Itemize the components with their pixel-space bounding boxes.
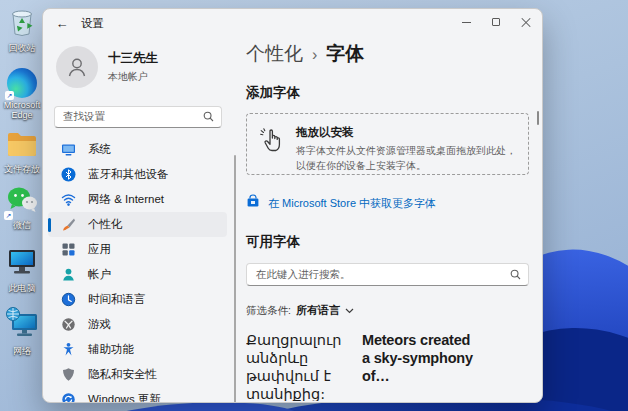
store-link-row[interactable]: 在 Microsoft Store 中获取更多字体: [246, 194, 529, 212]
sidebar-nav: 系统 蓝牙和其他设备 网络 & Internet 个性化 应用: [43, 137, 236, 403]
breadcrumb-personalization[interactable]: 个性化: [246, 41, 303, 67]
search-icon: [510, 266, 521, 284]
sidebar-item-label: 系统: [88, 142, 111, 157]
this-pc-icon: [6, 247, 38, 281]
search-icon: [203, 108, 214, 126]
desktop-icon-edge[interactable]: ↗ Microsoft Edge: [0, 68, 44, 120]
window-controls: [451, 9, 541, 35]
shortcut-arrow-icon: ↗: [5, 91, 14, 100]
sidebar-item-accounts[interactable]: 帐户: [48, 262, 227, 287]
sidebar-item-privacy-security[interactable]: 隐私和安全性: [48, 362, 227, 387]
filter-selected-value: 所有语言: [296, 303, 340, 318]
font-search-placeholder: 在此键入进行搜索。: [256, 268, 351, 282]
font-preview-text: Քաղցրալուր անձրևը թափվում է տանիքից:: [246, 331, 348, 401]
user-name: 十三先生: [108, 50, 158, 67]
folder-icon: [6, 131, 38, 162]
sidebar-item-label: 时间和语言: [88, 292, 146, 307]
desktop-icon-label: 此电脑: [9, 283, 36, 293]
desktop-icon-label: 回收站: [9, 43, 36, 53]
filter-label: 筛选条件:: [246, 304, 291, 318]
sidebar-item-label: 网络 & Internet: [88, 192, 164, 207]
breadcrumb-separator-icon: ›: [312, 45, 317, 64]
breadcrumb: 个性化 › 字体: [246, 41, 529, 67]
close-icon: [521, 17, 531, 27]
sidebar-item-personalization[interactable]: 个性化: [48, 212, 227, 237]
clock-globe-icon: [61, 292, 76, 307]
content-scrollbar[interactable]: [537, 111, 539, 125]
sidebar-item-time-language[interactable]: 时间和语言: [48, 287, 227, 312]
back-button[interactable]: ←: [47, 12, 77, 34]
font-dropzone[interactable]: 拖放以安装 将字体文件从文件资源管理器或桌面拖放到此处，以便在你的设备上安装字体…: [246, 113, 529, 175]
settings-window: ← 设置 十三先生 本地帐户: [42, 8, 543, 403]
dropzone-description: 将字体文件从文件资源管理器或桌面拖放到此处，以便在你的设备上安装字体。: [296, 143, 518, 173]
user-profile[interactable]: 十三先生 本地帐户: [43, 39, 236, 93]
edge-icon: ↗: [7, 68, 37, 98]
sidebar-item-windows-update[interactable]: Windows 更新: [48, 387, 227, 403]
desktop-icon-recycle-bin[interactable]: 回收站: [0, 5, 44, 53]
font-card-grid: Քաղցրալուր անձրևը թափվում է տանիքից: Ari…: [246, 331, 529, 403]
xbox-icon: [61, 317, 76, 332]
shield-icon: [61, 367, 76, 382]
sidebar-item-label: 蓝牙和其他设备: [88, 167, 169, 182]
title-bar[interactable]: ← 设置: [43, 9, 542, 37]
desktop-icon-wechat[interactable]: ↗ 微信: [0, 186, 44, 230]
sidebar-item-label: 隐私和安全性: [88, 367, 157, 382]
language-filter-dropdown[interactable]: 所有语言: [296, 303, 354, 318]
font-search-input[interactable]: 在此键入进行搜索。: [246, 263, 529, 286]
close-button[interactable]: [511, 9, 541, 35]
store-bag-icon: [246, 194, 260, 212]
paintbrush-icon: [61, 217, 76, 232]
sidebar-item-label: 辅助功能: [88, 342, 134, 357]
sidebar-item-network-internet[interactable]: 网络 & Internet: [48, 187, 227, 212]
maximize-icon: [492, 18, 500, 26]
sidebar-item-system[interactable]: 系统: [48, 137, 227, 162]
sidebar-item-bluetooth-devices[interactable]: 蓝牙和其他设备: [48, 162, 227, 187]
account-person-icon: [61, 267, 76, 282]
sidebar-item-gaming[interactable]: 游戏: [48, 312, 227, 337]
system-icon: [61, 142, 76, 157]
apps-grid-icon: [61, 242, 76, 257]
font-preview-text: Meteors created a sky-symphony of…: [362, 331, 478, 401]
desktop-icon-label: 微信: [13, 220, 31, 230]
dropzone-title: 拖放以安装: [296, 125, 518, 140]
page-title: 字体: [326, 41, 364, 67]
desktop-icon-label: 文件存放: [4, 164, 40, 174]
sidebar-item-label: 个性化: [88, 217, 123, 232]
settings-search-placeholder: 查找设置: [63, 110, 105, 124]
avatar: [56, 46, 98, 88]
settings-sidebar: 十三先生 本地帐户 查找设置 系统 蓝牙和其他设备: [43, 37, 236, 402]
desktop-icon-folder[interactable]: 文件存放: [0, 131, 44, 174]
sidebar-item-label: 应用: [88, 242, 111, 257]
minimize-icon: [462, 22, 471, 23]
shortcut-arrow-icon: ↗: [4, 211, 13, 220]
font-card-bahnschrift[interactable]: Meteors created a sky-symphony of… Bahns…: [362, 331, 478, 403]
recycle-bin-icon: [7, 5, 37, 41]
maximize-button[interactable]: [481, 9, 511, 35]
desktop-icon-label: Microsoft Edge: [0, 100, 44, 120]
desktop-icon-label: 网络: [13, 346, 31, 356]
chevron-down-icon: [345, 308, 354, 314]
fonts-page: 个性化 › 字体 添加字体 拖放以安装 将字体文件从文件资源管理器或桌面拖放到此…: [236, 37, 542, 402]
account-type: 本地帐户: [108, 70, 158, 84]
add-fonts-heading: 添加字体: [246, 84, 529, 102]
desktop-icon-this-pc[interactable]: 此电脑: [0, 247, 44, 293]
sidebar-item-label: 帐户: [88, 267, 111, 282]
bluetooth-icon: [61, 167, 76, 182]
wifi-icon: [61, 192, 76, 207]
window-title: 设置: [81, 16, 104, 31]
sidebar-item-apps[interactable]: 应用: [48, 237, 227, 262]
wechat-icon: ↗: [6, 186, 38, 218]
filter-row: 筛选条件: 所有语言: [246, 303, 529, 318]
person-icon: [65, 55, 89, 79]
drag-hand-cursor-icon: [260, 128, 284, 174]
desktop-icon-network[interactable]: 网络: [0, 306, 44, 356]
update-refresh-icon: [61, 392, 76, 403]
accessibility-person-icon: [61, 342, 76, 357]
network-icon: [5, 306, 39, 344]
minimize-button[interactable]: [451, 9, 481, 35]
available-fonts-heading: 可用字体: [246, 233, 529, 251]
font-card-arial[interactable]: Քաղցրալուր անձրևը թափվում է տանիքից: Ari…: [246, 331, 362, 403]
store-link[interactable]: 在 Microsoft Store 中获取更多字体: [268, 196, 436, 211]
settings-search-input[interactable]: 查找设置: [54, 106, 222, 128]
sidebar-item-accessibility[interactable]: 辅助功能: [48, 337, 227, 362]
